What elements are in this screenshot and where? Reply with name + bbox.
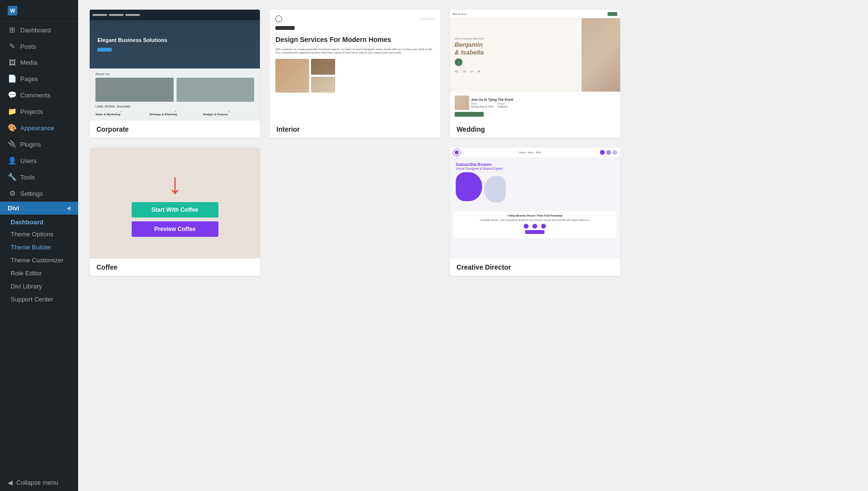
corp-col-1: ↗ Sales & Marketing bbox=[95, 110, 147, 117]
wed-where-value: California bbox=[497, 105, 507, 108]
creative-logo-icon bbox=[453, 149, 461, 156]
themes-grid: Elegant Business Solutions About Us Lead… bbox=[90, 10, 620, 276]
corp-hero-title: Elegant Business Solutions bbox=[97, 37, 252, 43]
theme-card-interior[interactable]: Design Services For Modern Homes With a … bbox=[270, 10, 440, 138]
sidebar-item-label: Comments bbox=[20, 92, 51, 99]
sidebar-item-pages[interactable]: 📄 Pages bbox=[0, 70, 78, 87]
creative-dot-2 bbox=[606, 150, 611, 155]
theme-preview-interior: Design Services For Modern Homes With a … bbox=[270, 10, 440, 121]
wed-photo bbox=[582, 18, 620, 92]
creative-icon-1 bbox=[524, 224, 529, 229]
corp-tagline: Lead. Achive. Succeed. bbox=[95, 105, 254, 108]
main-content: Elegant Business Solutions About Us Lead… bbox=[78, 0, 868, 491]
int-side-img-2 bbox=[311, 77, 335, 93]
theme-preview-corporate: Elegant Business Solutions About Us Lead… bbox=[90, 10, 260, 121]
corp-header bbox=[90, 10, 260, 20]
wed-count-days: 321 bbox=[455, 70, 459, 73]
int-side-images bbox=[311, 59, 335, 93]
wed-count-sep1: : bbox=[461, 70, 461, 73]
creative-bottom-card: I Help Brands Reach Their Full Potential… bbox=[454, 211, 616, 238]
corp-col-3-title: Budget & Finance bbox=[203, 113, 255, 116]
submenu-item-theme-customizer[interactable]: Theme Customizer bbox=[0, 254, 78, 267]
media-icon: 🖼 bbox=[8, 58, 16, 67]
sidebar-item-tools[interactable]: 🔧 Tools bbox=[0, 169, 78, 185]
wed-count-sep2: : bbox=[468, 70, 468, 73]
coffee-preview-button[interactable]: Preview Coffee bbox=[132, 221, 218, 237]
theme-name-wedding: Wedding bbox=[450, 121, 620, 138]
pages-icon: 📄 bbox=[8, 74, 16, 83]
sidebar-item-label: Dashboard bbox=[20, 27, 51, 34]
sidebar-item-label: Media bbox=[20, 59, 37, 66]
theme-card-wedding[interactable]: Bee & Izzy We're Getting Married! Benjam… bbox=[450, 10, 620, 138]
sidebar-item-posts[interactable]: ✎ Posts bbox=[0, 38, 78, 55]
theme-preview-coffee: ↓ Start With Coffee Preview Coffee bbox=[90, 148, 260, 259]
coffee-arrow-icon: ↓ bbox=[168, 169, 182, 198]
collapse-menu-button[interactable]: ◀ Collapse menu bbox=[0, 474, 78, 491]
theme-name-interior: Interior bbox=[270, 121, 440, 138]
sidebar-item-settings[interactable]: ⚙ Settings bbox=[0, 185, 78, 202]
wed-right-image bbox=[582, 18, 620, 92]
wed-dot-icon: ✓ bbox=[455, 58, 462, 66]
wed-bottom-img bbox=[455, 95, 469, 110]
wed-bottom-section: Join Us In Tying The Knot! When Sunday A… bbox=[450, 92, 620, 121]
wed-names: Benjamin& Isabella bbox=[455, 41, 577, 56]
divi-submenu: Dashboard Theme Options Theme Builder Th… bbox=[0, 215, 78, 306]
corp-cols: ↗ Sales & Marketing ↗ Strategy & Plannin… bbox=[95, 110, 254, 117]
comments-icon: 💬 bbox=[8, 91, 16, 99]
theme-preview-creative: Home About Work Samantha Bowen Visual De… bbox=[450, 148, 620, 259]
submenu-item-divi-library[interactable]: Divi Library bbox=[0, 280, 78, 293]
creative-bottom-body: Leverage awards, craft storytelling narr… bbox=[457, 218, 613, 222]
sidebar-item-plugins[interactable]: 🔌 Plugins bbox=[0, 136, 78, 152]
sidebar-item-projects[interactable]: 📁 Projects bbox=[0, 103, 78, 120]
wed-bottom-cta bbox=[455, 112, 484, 117]
sidebar-item-media[interactable]: 🖼 Media bbox=[0, 55, 78, 70]
creative-person-name: Samantha Bowen bbox=[456, 162, 614, 167]
coffee-start-button[interactable]: Start With Coffee bbox=[132, 202, 218, 218]
corp-col-2-title: Strategy & Planning bbox=[149, 113, 201, 116]
wed-when-value: Sunday Aug 14 2024 bbox=[471, 105, 493, 108]
sidebar-item-dashboard[interactable]: ⊞ Dashboard bbox=[0, 22, 78, 38]
corp-bottom-section: About Us Lead. Achive. Succeed. ↗ Sales … bbox=[90, 68, 260, 121]
submenu-item-theme-options[interactable]: Theme Options bbox=[0, 228, 78, 241]
creative-person-title: Visual Designer & Brand Expert bbox=[456, 167, 614, 170]
corp-hero-btn bbox=[97, 48, 112, 52]
plugins-icon: 🔌 bbox=[8, 140, 16, 149]
corp-col-3: ↗ Budget & Finance bbox=[203, 110, 255, 117]
sidebar-item-label: Pages bbox=[20, 75, 38, 82]
creative-blob-gray bbox=[484, 176, 506, 203]
creative-cta-button bbox=[525, 230, 544, 234]
submenu-item-support-center[interactable]: Support Center bbox=[0, 293, 78, 306]
divi-section[interactable]: Divi ◀ bbox=[0, 202, 78, 215]
sidebar-item-appearance[interactable]: 🎨 Appearance bbox=[0, 120, 78, 136]
wed-subtitle: We're Getting Married! bbox=[455, 37, 577, 40]
sidebar-item-label: Users bbox=[20, 157, 37, 164]
sidebar-item-users[interactable]: 👤 Users bbox=[0, 152, 78, 169]
creative-top-section: Samantha Bowen Visual Designer & Brand E… bbox=[450, 157, 620, 209]
int-nav-btn bbox=[275, 26, 295, 30]
theme-card-corporate[interactable]: Elegant Business Solutions About Us Lead… bbox=[90, 10, 260, 138]
creative-header: Home About Work bbox=[450, 148, 620, 157]
corp-header-nav bbox=[93, 14, 107, 16]
creative-bottom-heading: I Help Brands Reach Their Full Potential bbox=[457, 214, 613, 217]
submenu-header: Dashboard bbox=[0, 215, 78, 228]
sidebar-item-label: Posts bbox=[20, 43, 36, 50]
submenu-item-role-editor[interactable]: Role Editor bbox=[0, 267, 78, 280]
creative-blob-images bbox=[456, 172, 614, 203]
users-icon: 👤 bbox=[8, 156, 16, 165]
tools-icon: 🔧 bbox=[8, 173, 16, 181]
submenu-item-theme-builder[interactable]: Theme Builder bbox=[0, 241, 78, 254]
theme-card-coffee[interactable]: ↓ Start With Coffee Preview Coffee Coffe… bbox=[90, 148, 260, 276]
wed-count-hours: 03 bbox=[463, 70, 466, 73]
creative-icon-3 bbox=[541, 224, 546, 229]
sidebar-item-comments[interactable]: 💬 Comments bbox=[0, 87, 78, 103]
wed-left-content: We're Getting Married! Benjamin& Isabell… bbox=[450, 18, 582, 92]
creative-blob-purple bbox=[456, 172, 482, 201]
creative-action-dots bbox=[600, 150, 617, 155]
corp-col-2: ↗ Strategy & Planning bbox=[149, 110, 201, 117]
wed-join-text: Join Us In Tying The Knot! bbox=[471, 98, 514, 101]
collapse-label: Collapse menu bbox=[16, 479, 58, 486]
wed-header-cta bbox=[608, 12, 617, 16]
creative-nav-item: Home bbox=[519, 151, 525, 154]
wed-top-section: We're Getting Married! Benjamin& Isabell… bbox=[450, 18, 620, 92]
theme-card-creative[interactable]: Home About Work Samantha Bowen Visual De… bbox=[450, 148, 620, 276]
